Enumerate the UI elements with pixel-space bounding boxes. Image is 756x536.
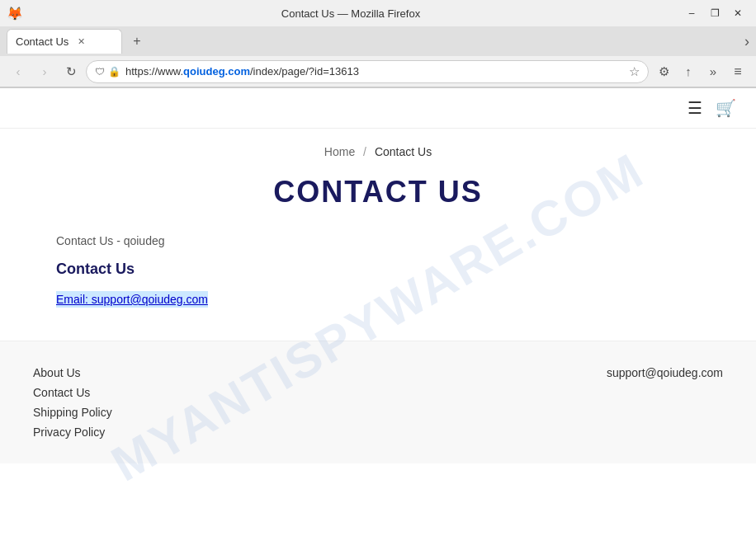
main-content: Contact Us - qoiudeg Contact Us Email: s…	[23, 234, 733, 341]
url-domain: qoiudeg.com	[183, 65, 250, 78]
page-content: MYANTISPYWARE.COM ☰ 🛒 Home / Contact Us …	[0, 88, 756, 536]
footer-link-contact[interactable]: Contact Us	[33, 386, 112, 399]
page-title: CONTACT US	[0, 167, 756, 234]
shield-icon: 🛡	[95, 66, 105, 78]
site-footer: About Us Contact Us Shipping Policy Priv…	[0, 341, 756, 463]
firefox-icon: 🦊	[7, 6, 21, 21]
share-button[interactable]: ↑	[677, 60, 700, 83]
menu-button[interactable]: ≡	[726, 60, 749, 83]
extensions-button[interactable]: ⚙	[652, 60, 675, 83]
url-text: https://www.qoiudeg.com/index/page/?id=1…	[125, 65, 624, 78]
browser-title: Contact Us — Mozilla Firefox	[21, 7, 680, 20]
minimize-button[interactable]: –	[680, 4, 703, 22]
new-tab-button[interactable]: +	[125, 30, 149, 53]
footer-link-privacy[interactable]: Privacy Policy	[33, 426, 112, 439]
section-subtitle: Contact Us - qoiudeg	[56, 234, 700, 247]
tab-label: Contact Us	[16, 35, 69, 48]
tab-chevron[interactable]: ›	[744, 33, 749, 50]
breadcrumb-home-link[interactable]: Home	[324, 145, 355, 158]
footer-links: About Us Contact Us Shipping Policy Priv…	[33, 366, 112, 439]
bookmark-icon[interactable]: ☆	[629, 64, 640, 79]
url-suffix: /index/page/?id=13613	[250, 65, 359, 78]
address-bar[interactable]: 🛡 🔒 https://www.qoiudeg.com/index/page/?…	[86, 60, 649, 83]
restore-button[interactable]: ❐	[703, 4, 726, 22]
url-prefix: https://www.	[125, 65, 183, 78]
site-header: ☰ 🛒	[0, 88, 756, 129]
close-button[interactable]: ✕	[726, 4, 749, 22]
more-tools-button[interactable]: »	[702, 60, 725, 83]
footer-link-about[interactable]: About Us	[33, 366, 112, 379]
address-icons: 🛡 🔒	[95, 66, 120, 78]
browser-chrome: 🦊 Contact Us — Mozilla Firefox – ❐ ✕ Con…	[0, 0, 756, 88]
nav-right-icons: ⚙ ↑ » ≡	[652, 60, 749, 83]
window-controls: – ❐ ✕	[680, 4, 749, 22]
breadcrumb-current: Contact Us	[375, 145, 432, 158]
forward-button[interactable]: ›	[33, 60, 56, 83]
email-link[interactable]: Email: support@qoiudeg.com	[56, 291, 208, 308]
back-button[interactable]: ‹	[7, 60, 30, 83]
footer-email: support@qoiudeg.com	[607, 366, 723, 379]
lock-icon: 🔒	[108, 66, 120, 78]
tab-close-button[interactable]: ✕	[75, 35, 87, 48]
footer-link-shipping[interactable]: Shipping Policy	[33, 406, 112, 419]
breadcrumb-separator: /	[363, 145, 366, 158]
breadcrumb: Home / Contact Us	[0, 129, 756, 167]
hamburger-icon[interactable]: ☰	[687, 98, 702, 118]
active-tab[interactable]: Contact Us ✕	[7, 29, 122, 54]
refresh-button[interactable]: ↻	[59, 60, 83, 83]
title-bar-left: 🦊	[7, 6, 21, 21]
tab-bar: Contact Us ✕ + ›	[0, 26, 756, 56]
title-bar: 🦊 Contact Us — Mozilla Firefox – ❐ ✕	[0, 0, 756, 26]
section-heading: Contact Us	[56, 261, 700, 278]
nav-bar: ‹ › ↻ 🛡 🔒 https://www.qoiudeg.com/index/…	[0, 56, 756, 87]
header-icons: ☰ 🛒	[687, 98, 736, 118]
cart-icon[interactable]: 🛒	[716, 98, 736, 118]
